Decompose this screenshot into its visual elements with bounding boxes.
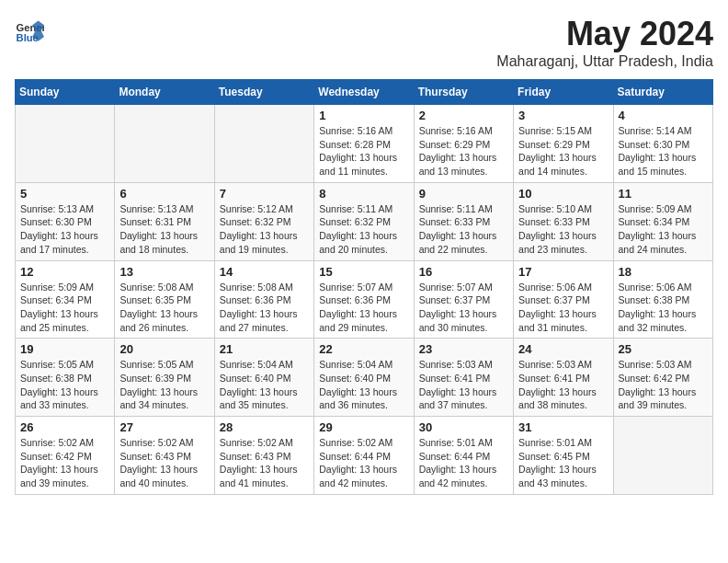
month-year-title: May 2024 (496, 15, 713, 53)
calendar-cell: 17Sunrise: 5:06 AMSunset: 6:37 PMDayligh… (514, 260, 613, 339)
day-info: Sunrise: 5:15 AMSunset: 6:29 PMDaylight:… (518, 124, 608, 178)
calendar-cell (214, 105, 313, 183)
calendar-cell: 26Sunrise: 5:02 AMSunset: 6:42 PMDayligh… (16, 417, 115, 495)
day-number: 27 (119, 420, 209, 434)
day-number: 11 (619, 187, 708, 201)
calendar-cell: 9Sunrise: 5:11 AMSunset: 6:33 PMDaylight… (414, 182, 513, 260)
calendar-cell: 11Sunrise: 5:09 AMSunset: 6:34 PMDayligh… (613, 182, 712, 260)
day-header-friday: Friday (514, 80, 613, 105)
calendar-cell: 14Sunrise: 5:08 AMSunset: 6:36 PMDayligh… (214, 260, 313, 339)
day-info: Sunrise: 5:16 AMSunset: 6:28 PMDaylight:… (319, 124, 408, 178)
calendar-cell: 28Sunrise: 5:02 AMSunset: 6:43 PMDayligh… (214, 417, 313, 495)
day-header-saturday: Saturday (613, 80, 712, 105)
calendar-cell: 27Sunrise: 5:02 AMSunset: 6:43 PMDayligh… (115, 417, 214, 495)
day-info: Sunrise: 5:13 AMSunset: 6:30 PMDaylight:… (20, 202, 109, 257)
calendar-cell: 13Sunrise: 5:08 AMSunset: 6:35 PMDayligh… (115, 260, 214, 339)
day-info: Sunrise: 5:14 AMSunset: 6:30 PMDaylight:… (619, 124, 708, 178)
day-number: 18 (619, 265, 708, 279)
calendar-cell (613, 417, 712, 495)
day-info: Sunrise: 5:07 AMSunset: 6:36 PMDaylight:… (319, 281, 408, 335)
day-number: 6 (119, 187, 209, 201)
day-info: Sunrise: 5:09 AMSunset: 6:34 PMDaylight:… (20, 281, 109, 335)
day-number: 15 (319, 265, 408, 279)
day-info: Sunrise: 5:02 AMSunset: 6:42 PMDaylight:… (20, 436, 109, 490)
day-info: Sunrise: 5:06 AMSunset: 6:38 PMDaylight:… (619, 281, 708, 335)
day-info: Sunrise: 5:06 AMSunset: 6:37 PMDaylight:… (518, 281, 608, 335)
location-subtitle: Maharaganj, Uttar Pradesh, India (496, 53, 713, 70)
calendar-cell: 3Sunrise: 5:15 AMSunset: 6:29 PMDaylight… (514, 105, 613, 183)
day-info: Sunrise: 5:10 AMSunset: 6:33 PMDaylight:… (518, 202, 608, 257)
day-info: Sunrise: 5:08 AMSunset: 6:35 PMDaylight:… (119, 281, 209, 335)
day-header-tuesday: Tuesday (214, 80, 313, 105)
week-row-4: 19Sunrise: 5:05 AMSunset: 6:38 PMDayligh… (16, 339, 713, 417)
calendar-cell: 29Sunrise: 5:02 AMSunset: 6:44 PMDayligh… (314, 417, 414, 495)
logo: General Blue (15, 15, 44, 44)
calendar-table: SundayMondayTuesdayWednesdayThursdayFrid… (15, 79, 713, 495)
day-info: Sunrise: 5:11 AMSunset: 6:33 PMDaylight:… (419, 202, 508, 257)
day-number: 20 (119, 342, 209, 356)
day-number: 9 (419, 187, 508, 201)
day-number: 28 (220, 420, 309, 434)
day-number: 14 (220, 265, 309, 279)
calendar-cell: 20Sunrise: 5:05 AMSunset: 6:39 PMDayligh… (115, 339, 214, 417)
day-info: Sunrise: 5:05 AMSunset: 6:39 PMDaylight:… (119, 358, 209, 412)
calendar-cell: 31Sunrise: 5:01 AMSunset: 6:45 PMDayligh… (514, 417, 613, 495)
day-number: 31 (518, 420, 608, 434)
day-info: Sunrise: 5:12 AMSunset: 6:32 PMDaylight:… (220, 202, 309, 257)
day-info: Sunrise: 5:03 AMSunset: 6:41 PMDaylight:… (518, 358, 608, 412)
calendar-cell: 10Sunrise: 5:10 AMSunset: 6:33 PMDayligh… (514, 182, 613, 260)
day-info: Sunrise: 5:11 AMSunset: 6:32 PMDaylight:… (319, 202, 408, 257)
day-number: 16 (419, 265, 508, 279)
calendar-cell: 5Sunrise: 5:13 AMSunset: 6:30 PMDaylight… (16, 182, 115, 260)
day-header-sunday: Sunday (16, 80, 115, 105)
day-number: 22 (319, 342, 408, 356)
day-info: Sunrise: 5:03 AMSunset: 6:42 PMDaylight:… (619, 358, 708, 412)
day-number: 17 (518, 265, 608, 279)
day-number: 26 (20, 420, 109, 434)
title-section: May 2024 Maharaganj, Uttar Pradesh, Indi… (496, 15, 713, 70)
page-header: General Blue May 2024 Maharaganj, Uttar … (15, 15, 713, 70)
day-info: Sunrise: 5:04 AMSunset: 6:40 PMDaylight:… (319, 358, 408, 412)
day-info: Sunrise: 5:13 AMSunset: 6:31 PMDaylight:… (119, 202, 209, 257)
day-header-monday: Monday (115, 80, 214, 105)
calendar-cell: 15Sunrise: 5:07 AMSunset: 6:36 PMDayligh… (314, 260, 414, 339)
day-number: 25 (619, 342, 708, 356)
day-number: 4 (619, 109, 708, 122)
calendar-cell: 23Sunrise: 5:03 AMSunset: 6:41 PMDayligh… (414, 339, 513, 417)
calendar-cell: 19Sunrise: 5:05 AMSunset: 6:38 PMDayligh… (16, 339, 115, 417)
day-info: Sunrise: 5:01 AMSunset: 6:44 PMDaylight:… (419, 436, 508, 490)
logo-icon: General Blue (15, 15, 44, 44)
days-header-row: SundayMondayTuesdayWednesdayThursdayFrid… (16, 80, 713, 105)
calendar-cell: 25Sunrise: 5:03 AMSunset: 6:42 PMDayligh… (613, 339, 712, 417)
day-number: 10 (518, 187, 608, 201)
day-number: 19 (20, 342, 109, 356)
day-info: Sunrise: 5:08 AMSunset: 6:36 PMDaylight:… (220, 281, 309, 335)
day-info: Sunrise: 5:09 AMSunset: 6:34 PMDaylight:… (619, 202, 708, 257)
day-info: Sunrise: 5:04 AMSunset: 6:40 PMDaylight:… (220, 358, 309, 412)
calendar-cell: 30Sunrise: 5:01 AMSunset: 6:44 PMDayligh… (414, 417, 513, 495)
week-row-3: 12Sunrise: 5:09 AMSunset: 6:34 PMDayligh… (16, 260, 713, 339)
day-number: 30 (419, 420, 508, 434)
day-info: Sunrise: 5:03 AMSunset: 6:41 PMDaylight:… (419, 358, 508, 412)
day-number: 24 (518, 342, 608, 356)
calendar-cell: 24Sunrise: 5:03 AMSunset: 6:41 PMDayligh… (514, 339, 613, 417)
calendar-cell: 6Sunrise: 5:13 AMSunset: 6:31 PMDaylight… (115, 182, 214, 260)
week-row-1: 1Sunrise: 5:16 AMSunset: 6:28 PMDaylight… (16, 105, 713, 183)
calendar-cell: 12Sunrise: 5:09 AMSunset: 6:34 PMDayligh… (16, 260, 115, 339)
day-header-wednesday: Wednesday (314, 80, 414, 105)
calendar-cell (16, 105, 115, 183)
day-number: 3 (518, 109, 608, 122)
calendar-cell: 18Sunrise: 5:06 AMSunset: 6:38 PMDayligh… (613, 260, 712, 339)
day-number: 23 (419, 342, 508, 356)
calendar-cell: 8Sunrise: 5:11 AMSunset: 6:32 PMDaylight… (314, 182, 414, 260)
day-number: 7 (220, 187, 309, 201)
day-number: 12 (20, 265, 109, 279)
day-info: Sunrise: 5:02 AMSunset: 6:43 PMDaylight:… (119, 436, 209, 490)
calendar-cell: 16Sunrise: 5:07 AMSunset: 6:37 PMDayligh… (414, 260, 513, 339)
day-info: Sunrise: 5:02 AMSunset: 6:43 PMDaylight:… (220, 436, 309, 490)
day-number: 29 (319, 420, 408, 434)
day-number: 13 (119, 265, 209, 279)
day-number: 8 (319, 187, 408, 201)
calendar-cell: 22Sunrise: 5:04 AMSunset: 6:40 PMDayligh… (314, 339, 414, 417)
day-info: Sunrise: 5:01 AMSunset: 6:45 PMDaylight:… (518, 436, 608, 490)
